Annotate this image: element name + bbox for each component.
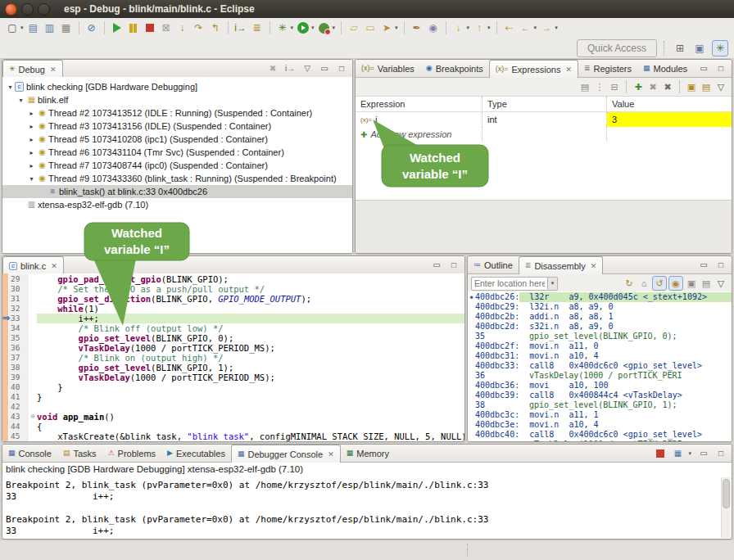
window-close-button[interactable] xyxy=(5,3,17,16)
instruction-stepping-mode-icon[interactable]: i→ xyxy=(284,63,296,75)
tree-expander-icon[interactable]: ▸ xyxy=(27,162,36,169)
disassembly-line[interactable]: 400dbc31: movi.n a10, 4 xyxy=(468,351,732,361)
line-number[interactable]: 29 xyxy=(9,274,29,284)
debug-configurations-dropdown[interactable]: ▾ xyxy=(291,25,294,31)
maximize-view-icon[interactable]: □ xyxy=(715,448,727,459)
tab-tasks[interactable]: ▤Tasks xyxy=(57,445,102,462)
tab-expressions[interactable]: (x)=Expressions✕ xyxy=(489,60,578,78)
new-wizard-icon[interactable]: ▢ xyxy=(5,20,20,35)
home-pc-location-icon[interactable]: ⌂ xyxy=(637,277,650,290)
tree-expander-icon[interactable]: ▾ xyxy=(27,175,36,183)
debug-tree-row[interactable]: ▸◉Thread #2 1073413512 (IDLE : Running) … xyxy=(2,106,352,120)
disassembly-line[interactable]: 400dbc3e: movi.n a10, 4 xyxy=(468,420,732,430)
line-number[interactable]: 34 xyxy=(9,323,29,333)
disassembly-line[interactable]: vTaskDelay(1000 / portTICK PERI xyxy=(468,440,732,441)
minimize-view-icon[interactable]: ▭ xyxy=(698,448,709,459)
tab-debug[interactable]: ✳Debug✕ xyxy=(2,60,63,78)
view-menu-icon[interactable]: ▽ xyxy=(714,277,727,290)
line-number[interactable]: 37 xyxy=(9,353,29,363)
back-history-icon[interactable]: ← xyxy=(519,20,533,35)
tree-expander-icon[interactable]: ▾ xyxy=(6,84,15,91)
tree-expander-icon[interactable]: ▸ xyxy=(27,149,36,156)
maximize-view-icon[interactable]: □ xyxy=(448,260,460,271)
minimize-view-icon[interactable]: ▭ xyxy=(431,260,442,271)
close-tab-icon[interactable]: ✕ xyxy=(565,65,572,74)
external-tools-dropdown[interactable]: ▾ xyxy=(333,25,336,31)
instruction-stepping-icon[interactable]: i→ xyxy=(233,20,248,35)
tree-expander-icon[interactable]: ▸ xyxy=(27,136,36,143)
column-header-value[interactable]: Value xyxy=(607,97,732,111)
tab-breakpoints[interactable]: ◉Breakpoints xyxy=(420,60,489,77)
debug-tree-row[interactable]: ▸◉Thread #3 1073413156 (IDLE) (Suspended… xyxy=(2,120,352,133)
view-menu-icon[interactable]: ▽ xyxy=(714,80,727,93)
line-number[interactable]: 36 xyxy=(9,343,29,353)
skip-all-breakpoints-icon[interactable]: ⊘ xyxy=(84,20,99,35)
suspend-icon[interactable] xyxy=(126,20,141,35)
line-number[interactable]: 32 xyxy=(9,304,29,314)
line-number[interactable]: 39 xyxy=(9,373,29,382)
save-icon[interactable]: ▤ xyxy=(26,20,41,35)
code-line[interactable]: 40 } xyxy=(9,382,464,392)
track-expression-icon[interactable]: ◉ xyxy=(668,276,683,291)
window-maximize-button[interactable] xyxy=(38,3,50,16)
save-all-icon[interactable]: ▥ xyxy=(43,20,57,35)
line-number[interactable]: 44 xyxy=(9,422,29,431)
sync-with-stack-frame-icon[interactable]: ↺ xyxy=(652,276,667,291)
disassembly-listing[interactable]: ◆400dbc26: l32r a9, 0x400d045c <_stext+1… xyxy=(468,291,732,441)
tab-console[interactable]: ▦Console xyxy=(2,445,57,462)
stop-console-icon[interactable] xyxy=(655,448,666,459)
pin-view-icon[interactable]: ▤ xyxy=(700,277,713,290)
disassembly-line[interactable]: ◆400dbc26: l32r a9, 0x400d045c <_stext+1… xyxy=(468,292,732,302)
run-configurations-icon[interactable] xyxy=(296,20,310,35)
tab-blink-c[interactable]: cblink.c✕ xyxy=(2,256,64,274)
run-configurations-dropdown[interactable]: ▾ xyxy=(311,25,315,31)
cpp-perspective-icon[interactable]: ▣ xyxy=(692,41,707,56)
console-scrollbar[interactable] xyxy=(721,477,731,538)
tree-expander-icon[interactable]: ▸ xyxy=(27,123,36,130)
code-line[interactable]: 38 gpio_set_level(BLINK_GPIO, 1); xyxy=(9,363,464,373)
remove-expression-icon[interactable]: ✖ xyxy=(646,80,659,93)
disassembly-line[interactable]: 400dbc40: call8 0x400dc6c0 <gpio_set_lev… xyxy=(468,430,732,440)
external-tools-icon[interactable] xyxy=(317,20,332,35)
disassembly-line[interactable]: 400dbc33: call8 0x400dc6c0 <gpio_set_lev… xyxy=(468,361,732,371)
close-tab-icon[interactable]: ✕ xyxy=(591,262,597,270)
new-c-project-icon[interactable]: ▱ xyxy=(347,20,361,35)
open-project-icon[interactable]: ▭ xyxy=(363,20,378,35)
remove-all-terminated-icon[interactable]: ✖ xyxy=(267,63,279,75)
tab-modules[interactable]: ▦Modules xyxy=(637,60,693,77)
disassembly-line[interactable]: 400dbc39: call8 0x400844c4 <vTaskDelay> xyxy=(468,391,732,400)
debug-tree-row[interactable]: ≡blink_task() at blink.c:33 0x400dbc26 xyxy=(2,185,352,198)
debug-tree-row[interactable]: ▸◉Thread #6 1073431104 (Tmr Svc) (Suspen… xyxy=(2,146,352,159)
open-perspective-icon[interactable]: ⊞ xyxy=(673,41,687,56)
disassembly-line[interactable]: 35gpio_set_level(BLINK_GPIO, 0); xyxy=(468,332,732,341)
window-minimize-button[interactable] xyxy=(21,3,34,16)
collapse-all-icon[interactable]: ⊟ xyxy=(608,80,621,93)
debug-tree-row[interactable]: ▾cblink checking [GDB Hardware Debugging… xyxy=(2,80,352,93)
use-step-filters-icon[interactable]: ≣ xyxy=(250,20,265,35)
previous-annotation-dropdown[interactable]: ▾ xyxy=(487,25,491,31)
code-line[interactable]: 42 xyxy=(9,402,464,412)
disassembly-line[interactable]: 36vTaskDelay(1000 / portTICK_PERI xyxy=(468,371,732,381)
disassembly-line[interactable]: 400dbc3c: movi.n a11, 1 xyxy=(468,410,732,420)
pin-view-icon[interactable]: ▤ xyxy=(700,80,713,93)
tree-expander-icon[interactable]: ▾ xyxy=(16,97,25,104)
tab-variables[interactable]: (x)=Variables xyxy=(356,60,420,77)
tab-debugger-console[interactable]: ▦Debugger Console✕ xyxy=(231,445,341,463)
maximize-view-icon[interactable]: □ xyxy=(715,260,727,271)
line-number[interactable]: 35 xyxy=(9,333,29,343)
debug-tree-row[interactable]: ▥xtensa-esp32-elf-gdb (7.10) xyxy=(2,198,352,211)
team-sync-icon[interactable]: ◉ xyxy=(426,20,441,35)
next-annotation-icon[interactable]: ↓ xyxy=(451,20,466,35)
code-line[interactable]: 45 xTaskCreate(&blink_task, "blink_task"… xyxy=(9,431,464,441)
show-type-names-icon[interactable]: ▤ xyxy=(578,80,591,93)
step-return-icon[interactable]: ↰ xyxy=(208,20,223,35)
refresh-view-icon[interactable]: ↻ xyxy=(623,277,636,290)
code-line[interactable]: 44{ xyxy=(9,422,464,431)
line-number[interactable]: 42 xyxy=(9,402,29,412)
location-input[interactable] xyxy=(471,277,548,291)
annotation-ruler[interactable] xyxy=(2,273,8,441)
open-new-view-icon[interactable]: ▣ xyxy=(685,80,698,93)
close-tab-icon[interactable]: ✕ xyxy=(328,450,334,458)
forward-history-dropdown[interactable]: ▾ xyxy=(555,25,558,31)
editor-area[interactable]: 29 gpio_pad_select_gpio(BLINK_GPIO);30 /… xyxy=(2,273,464,441)
